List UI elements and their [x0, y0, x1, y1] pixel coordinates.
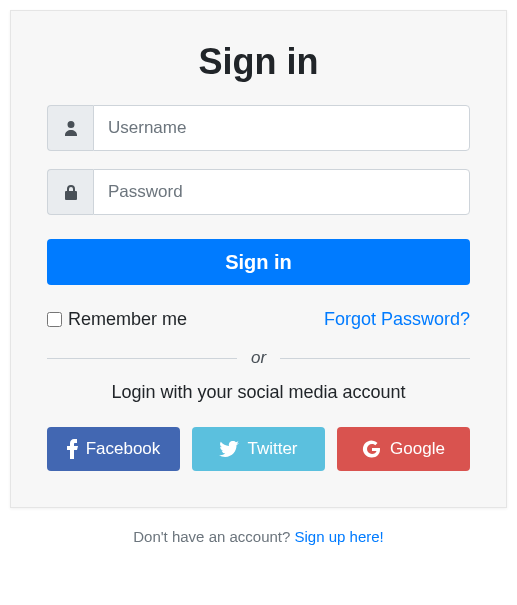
google-button[interactable]: Google	[337, 427, 470, 471]
page-title: Sign in	[47, 41, 470, 83]
signup-link[interactable]: Sign up here!	[295, 528, 384, 545]
twitter-button[interactable]: Twitter	[192, 427, 325, 471]
facebook-button[interactable]: Facebook	[47, 427, 180, 471]
google-icon	[362, 440, 382, 458]
forgot-password-link[interactable]: Forgot Password?	[324, 309, 470, 330]
remember-row: Remember me Forgot Password?	[47, 309, 470, 330]
google-label: Google	[390, 439, 445, 459]
signup-prompt: Don't have an account?	[133, 528, 294, 545]
divider-label: or	[237, 348, 280, 367]
divider: or	[47, 348, 470, 368]
signin-card: Sign in Sign in Remember me Forgot Passw…	[10, 10, 507, 508]
twitter-label: Twitter	[247, 439, 297, 459]
user-icon	[47, 105, 93, 151]
facebook-label: Facebook	[86, 439, 161, 459]
password-input[interactable]	[93, 169, 470, 215]
twitter-icon	[219, 441, 239, 457]
remember-me-text: Remember me	[68, 309, 187, 330]
signin-button[interactable]: Sign in	[47, 239, 470, 285]
remember-me-checkbox[interactable]	[47, 312, 62, 327]
password-group	[47, 169, 470, 215]
lock-icon	[47, 169, 93, 215]
username-group	[47, 105, 470, 151]
remember-me-label[interactable]: Remember me	[47, 309, 187, 330]
username-input[interactable]	[93, 105, 470, 151]
social-login-text: Login with your social media account	[47, 382, 470, 403]
facebook-icon	[67, 439, 78, 459]
signup-footer: Don't have an account? Sign up here!	[10, 528, 507, 545]
social-buttons-row: Facebook Twitter Google	[47, 427, 470, 471]
